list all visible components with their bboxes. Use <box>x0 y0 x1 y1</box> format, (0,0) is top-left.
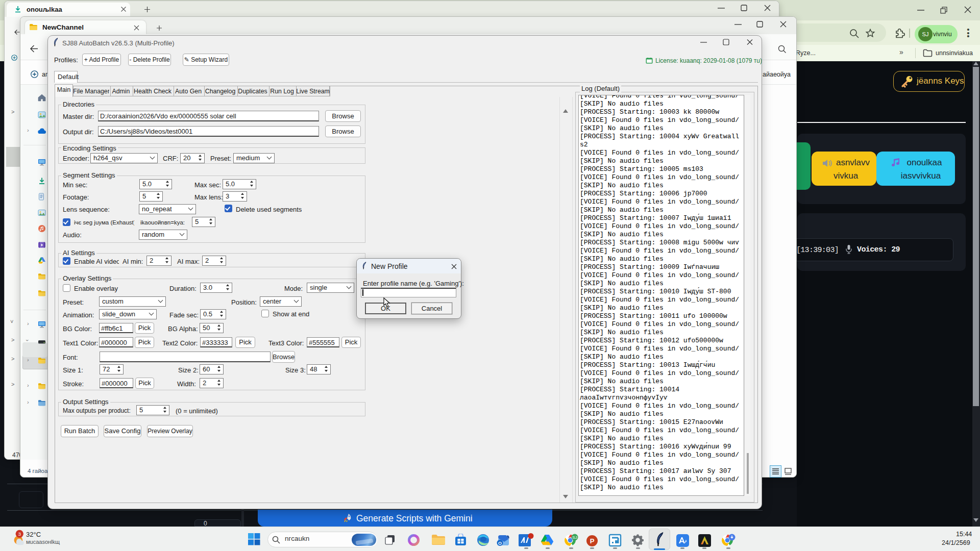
svg-text:3: 3 <box>18 531 21 537</box>
svg-text:P: P <box>590 537 595 545</box>
svg-text:O: O <box>498 541 502 546</box>
svg-text:SJ: SJ <box>572 535 577 540</box>
